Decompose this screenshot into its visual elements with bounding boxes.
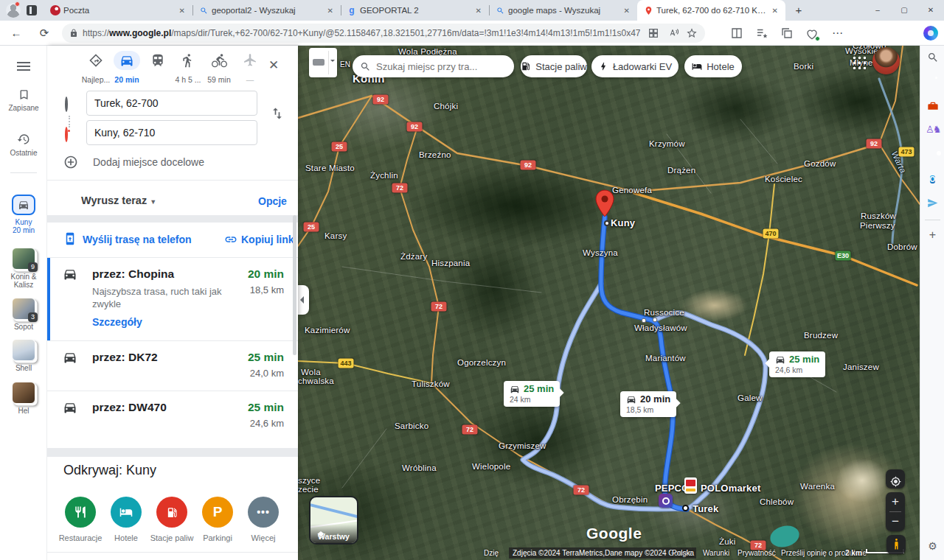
options-button[interactable]: Opcje [258, 195, 287, 207]
tab-close-icon[interactable]: ✕ [771, 7, 780, 15]
rail-item-kuny-route[interactable]: Kuny20 min [0, 195, 47, 234]
google-apps-grid-icon[interactable] [851, 55, 866, 69]
tab-close-icon[interactable]: ✕ [622, 7, 631, 15]
workspaces-icon[interactable] [27, 5, 37, 15]
chip-gas-stations[interactable]: Stacje paliw [521, 55, 587, 77]
back-icon[interactable]: ← [9, 26, 24, 41]
close-directions-icon[interactable]: ✕ [268, 57, 279, 73]
destination-pin[interactable] [595, 189, 614, 217]
zoom-out-button[interactable]: − [886, 512, 905, 531]
map-label: Żdżary [400, 252, 427, 261]
window-minimize-button[interactable]: – [864, 0, 891, 21]
refresh-icon[interactable]: ⟳ [37, 26, 52, 41]
route-callout-alt-east[interactable]: 25 min 24,6 km [769, 351, 825, 377]
start-point-marker[interactable] [682, 505, 689, 511]
collapse-panel-button[interactable] [298, 285, 309, 315]
route-option-chopina[interactable]: przez: Chopina 20 min 18,5 km Najszybsza… [47, 258, 298, 340]
explore-more[interactable]: ••• Więcej [240, 497, 286, 542]
rail-item-saved[interactable]: Zapisane [0, 88, 47, 112]
map-label: Turek [693, 503, 718, 514]
my-location-button[interactable] [886, 469, 905, 489]
map-search-input[interactable] [376, 61, 494, 72]
apps-grid-icon[interactable] [648, 27, 659, 39]
mode-flight[interactable]: — [235, 52, 265, 85]
add-destination-button[interactable]: Dodaj miejsce docelowe [63, 155, 204, 169]
window-maximize-button[interactable]: ▢ [891, 0, 917, 21]
send-to-phone-link[interactable]: Wyślij trasę na telefon [83, 234, 192, 245]
mode-driving[interactable]: 20 min [112, 52, 142, 85]
more-menu-icon[interactable]: ⋯ [830, 26, 845, 41]
zoom-in-button[interactable]: + [886, 492, 905, 511]
route-details-link[interactable]: Szczegóły [92, 316, 142, 328]
add-sidebar-icon[interactable]: + [926, 228, 940, 242]
chip-ev-chargers[interactable]: Ładowarki EV [591, 55, 678, 77]
account-avatar[interactable] [872, 47, 900, 74]
rail-item-recents[interactable]: Ostatnie [0, 133, 47, 157]
pepco-poi-icon[interactable] [684, 477, 697, 494]
pegman-icon [890, 538, 903, 550]
polomarket-poi-icon[interactable] [659, 494, 673, 508]
panel-scrollbar[interactable] [293, 215, 296, 355]
route-option-dk72[interactable]: przez: DK72 25 min 24,0 km [47, 341, 298, 391]
depart-time-button[interactable]: Wyrusz teraz ▼ [81, 195, 156, 206]
attribution-link[interactable]: Polska [672, 549, 694, 557]
tab-title: google maps - Wyszukaj [508, 6, 620, 15]
tab-poczta[interactable]: Poczta ✕ [44, 0, 192, 21]
new-tab-button[interactable]: + [791, 3, 807, 18]
explore-hotels[interactable]: Hotele [103, 497, 149, 542]
explore-gas-stations[interactable]: Stacje paliw [149, 497, 195, 542]
sidebar-search-icon[interactable] [926, 50, 940, 64]
split-screen-icon[interactable] [730, 27, 743, 40]
favorite-star-icon[interactable] [686, 27, 698, 39]
capture-extension-widget[interactable] [309, 48, 337, 77]
rail-item-shell[interactable]: Shell [0, 339, 47, 372]
attribution-link[interactable]: Prywatność [738, 549, 776, 557]
tab-close-icon[interactable]: ✕ [326, 7, 335, 15]
tab-geoportal2-search[interactable]: geoportal2 - Wyszukaj ✕ [192, 0, 341, 21]
origin-input[interactable] [86, 91, 257, 116]
kuny-point-marker[interactable] [604, 220, 610, 226]
layers-control[interactable]: Warstwy [309, 496, 358, 545]
shopping-icon[interactable] [926, 74, 940, 88]
explore-parking[interactable]: P Parkingi [195, 497, 240, 542]
explore-restaurants[interactable]: Restauracje [58, 497, 103, 542]
address-bar[interactable]: https://www.google.pl/maps/dir/Turek,+62… [62, 24, 705, 43]
swap-stops-icon[interactable] [270, 106, 285, 121]
designer-icon[interactable] [926, 147, 940, 161]
route-via: przez: DW470 [92, 401, 167, 414]
window-close-button[interactable]: ✕ [917, 0, 944, 21]
route-callout-selected[interactable]: 20 min 18,5 km [620, 391, 676, 417]
settings-icon[interactable]: ⚙ [926, 539, 940, 553]
outlook-icon[interactable]: O [926, 172, 940, 186]
tools-icon[interactable] [926, 99, 940, 113]
destination-input[interactable] [86, 120, 257, 145]
chip-hotels[interactable]: Hotele [684, 55, 742, 77]
browser-essentials-icon[interactable] [805, 27, 819, 40]
menu-icon[interactable] [17, 62, 30, 71]
games-icon[interactable]: ♙♞ [926, 123, 940, 137]
attribution-link[interactable]: Warunki [703, 549, 729, 557]
tab-geoportal[interactable]: g GEOPORTAL 2 ✕ [341, 0, 489, 21]
callout-distance: 18,5 km [626, 405, 670, 414]
tab-googlemaps-search[interactable]: google maps - Wyszukaj ✕ [489, 0, 637, 21]
saved-photo: 3 [12, 298, 35, 320]
pegman-button[interactable] [886, 535, 906, 554]
map-canvas[interactable]: 25 min 24 km 20 min 18,5 km 25 min 24,6 … [298, 46, 920, 560]
copy-page-icon[interactable] [780, 27, 794, 40]
copy-link-button[interactable]: Kopiuj link [241, 234, 294, 245]
tab-active-maps[interactable]: Turek, 62-700 do 62-710 Kuny – ✕ [637, 0, 785, 21]
tab-close-icon[interactable]: ✕ [474, 7, 483, 15]
rail-item-konin-kalisz[interactable]: 9 Konin & Kalisz [0, 248, 47, 289]
map-label: Stare Miasto [305, 164, 355, 172]
map-search-box[interactable] [353, 55, 514, 77]
send-plane-icon[interactable] [926, 196, 940, 210]
route-callout-alt-west[interactable]: 25 min 24 km [504, 381, 560, 407]
collections-icon[interactable] [755, 27, 768, 40]
rail-item-sopot[interactable]: 3 Sopot [0, 298, 47, 331]
copilot-icon[interactable] [923, 26, 938, 41]
route-option-dw470[interactable]: przez: DW470 25 min 24,6 km [47, 391, 298, 445]
route-time: 25 min [248, 401, 284, 414]
tab-close-icon[interactable]: ✕ [178, 7, 187, 15]
rail-item-hel[interactable]: Hel [0, 382, 47, 415]
read-aloud-icon[interactable] [667, 27, 678, 39]
